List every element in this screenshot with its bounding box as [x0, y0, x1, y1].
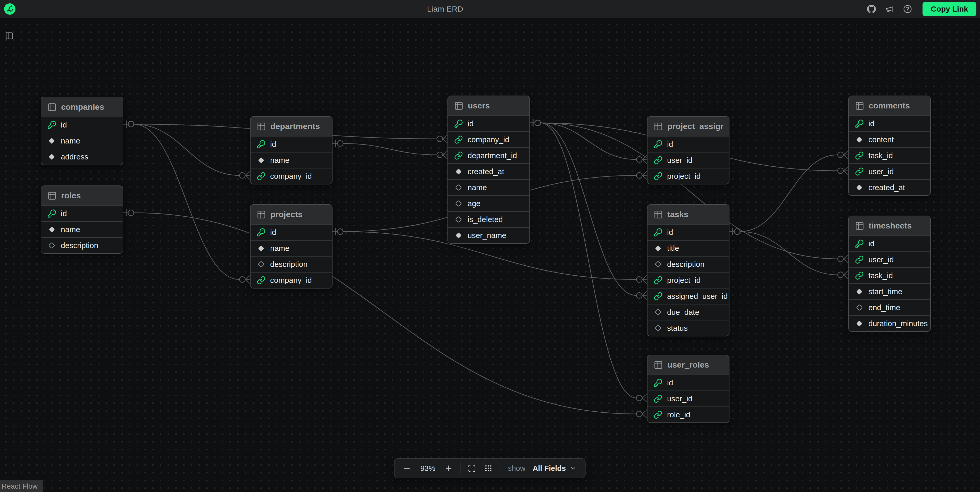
table-header-tasks[interactable]: tasks — [648, 205, 729, 224]
field-users-id[interactable]: id — [448, 116, 530, 132]
announcements-button[interactable] — [885, 5, 894, 14]
field-departments-name[interactable]: name — [251, 152, 332, 168]
table-header-roles[interactable]: roles — [41, 186, 123, 205]
table-header-timesheets[interactable]: timesheets — [849, 216, 930, 235]
table-header-users[interactable]: users — [448, 96, 530, 116]
chevron-down-icon — [570, 465, 577, 472]
not-null-diamond-icon — [454, 231, 463, 240]
field-departments-company_id[interactable]: company_id — [251, 168, 332, 184]
copy-link-button[interactable]: Copy Link — [923, 2, 977, 16]
field-roles-id[interactable]: id — [41, 205, 123, 221]
field-tasks-title[interactable]: title — [648, 240, 729, 256]
field-timesheets-start_time[interactable]: start_time — [849, 283, 930, 299]
field-roles-name[interactable]: name — [41, 221, 123, 237]
field-timesheets-id[interactable]: id — [849, 235, 930, 251]
field-name: user_id — [869, 255, 894, 264]
edge-companies.id-to-departments.company_id[interactable] — [123, 121, 250, 179]
field-tasks-id[interactable]: id — [648, 224, 729, 240]
field-name: department_id — [468, 151, 517, 160]
field-users-company_id[interactable]: company_id — [448, 132, 530, 148]
zoom-out-button[interactable] — [402, 463, 412, 473]
table-projects[interactable]: projectsidnamedescriptioncompany_id — [250, 204, 332, 289]
field-name: is_deleted — [468, 215, 503, 224]
table-user_roles[interactable]: user_rolesiduser_idrole_id — [647, 355, 729, 423]
table-users[interactable]: usersidcompany_iddepartment_idcreated_at… — [447, 95, 530, 244]
github-button[interactable] — [867, 5, 876, 14]
table-header-user_roles[interactable]: user_roles — [648, 355, 729, 375]
field-timesheets-user_id[interactable]: user_id — [849, 251, 930, 267]
field-users-department_id[interactable]: department_id — [448, 148, 530, 163]
table-project_assignments[interactable]: project_assignme...iduser_idproject_id — [647, 116, 729, 184]
field-timesheets-duration_minutes[interactable]: duration_minutes — [849, 315, 930, 331]
field-timesheets-end_time[interactable]: end_time — [849, 299, 930, 315]
field-users-created_at[interactable]: created_at — [448, 163, 530, 179]
table-header-project_assignments[interactable]: project_assignme... — [648, 117, 729, 136]
edge-users.id-to-tasks.assigned_user_id[interactable] — [530, 119, 647, 300]
field-users-name[interactable]: name — [448, 179, 530, 195]
field-comments-content[interactable]: content — [849, 132, 930, 148]
field-companies-name[interactable]: name — [41, 133, 123, 149]
field-users-user_name[interactable]: user_name — [448, 227, 530, 243]
edge-companies.id-to-projects.company_id[interactable] — [123, 121, 250, 284]
edge-tasks.id-to-comments.task_id[interactable] — [729, 151, 848, 235]
tidy-up-button[interactable] — [483, 463, 493, 473]
field-comments-task_id[interactable]: task_id — [849, 148, 930, 163]
sidebar-toggle-button[interactable] — [5, 32, 14, 41]
field-projects-id[interactable]: id — [251, 224, 332, 240]
field-projects-company_id[interactable]: company_id — [251, 272, 332, 288]
field-tasks-status[interactable]: status — [648, 320, 729, 336]
field-roles-description[interactable]: description — [41, 237, 123, 253]
field-project_assignments-project_id[interactable]: project_id — [648, 168, 729, 184]
field-users-age[interactable]: age — [448, 195, 530, 211]
table-header-comments[interactable]: comments — [849, 96, 930, 116]
primary-key-icon — [48, 209, 56, 218]
table-name: users — [468, 101, 490, 111]
table-timesheets[interactable]: timesheetsiduser_idtask_idstart_timeend_… — [848, 216, 931, 332]
field-name: description — [270, 260, 307, 269]
help-button[interactable] — [903, 5, 912, 14]
liam-logo[interactable]: ℒ — [4, 3, 16, 15]
field-departments-id[interactable]: id — [251, 136, 332, 152]
field-comments-user_id[interactable]: user_id — [849, 163, 930, 179]
table-departments[interactable]: departmentsidnamecompany_id — [250, 116, 332, 184]
table-tasks[interactable]: tasksidtitledescriptionproject_idassigne… — [647, 204, 729, 336]
field-comments-id[interactable]: id — [849, 116, 930, 132]
field-timesheets-task_id[interactable]: task_id — [849, 267, 930, 283]
fields-filter-dropdown[interactable]: All Fields — [531, 464, 578, 473]
field-project_assignments-id[interactable]: id — [648, 136, 729, 152]
field-name: name — [61, 136, 80, 145]
field-user_roles-user_id[interactable]: user_id — [648, 390, 729, 406]
edge-users.id-to-user_roles.user_id[interactable] — [530, 119, 647, 402]
table-header-projects[interactable]: projects — [251, 205, 332, 224]
field-name: id — [869, 119, 874, 128]
primary-key-icon — [454, 119, 463, 128]
table-roles[interactable]: rolesidnamedescription — [41, 186, 123, 254]
field-tasks-description[interactable]: description — [648, 256, 729, 272]
edge-departments.id-to-users.department_id[interactable] — [332, 140, 447, 159]
field-projects-name[interactable]: name — [251, 240, 332, 256]
edge-users.id-to-project_assignments.user_id[interactable] — [530, 119, 647, 163]
table-comments[interactable]: commentsidcontenttask_iduser_idcreated_a… — [848, 95, 931, 196]
field-user_roles-role_id[interactable]: role_id — [648, 406, 729, 422]
table-companies[interactable]: companiesidnameaddress — [41, 97, 123, 165]
nullable-diamond-icon — [454, 183, 463, 192]
field-companies-address[interactable]: address — [41, 149, 123, 165]
table-header-departments[interactable]: departments — [251, 117, 332, 136]
nullable-diamond-icon — [654, 308, 662, 317]
field-tasks-assigned_user_id[interactable]: assigned_user_id — [648, 288, 729, 304]
field-users-is_deleted[interactable]: is_deleted — [448, 211, 530, 227]
field-companies-id[interactable]: id — [41, 117, 123, 133]
field-projects-description[interactable]: description — [251, 256, 332, 272]
table-header-companies[interactable]: companies — [41, 97, 123, 117]
fit-view-button[interactable] — [467, 463, 477, 473]
edge-tasks.id-to-timesheets.task_id[interactable] — [729, 228, 848, 279]
react-flow-attribution[interactable]: React Flow — [0, 479, 43, 492]
primary-key-icon — [855, 119, 864, 128]
field-tasks-project_id[interactable]: project_id — [648, 272, 729, 288]
field-project_assignments-user_id[interactable]: user_id — [648, 152, 729, 168]
zoom-in-button[interactable] — [444, 463, 454, 473]
field-name: task_id — [869, 271, 893, 280]
field-user_roles-id[interactable]: id — [648, 375, 729, 390]
field-comments-created_at[interactable]: created_at — [849, 179, 930, 195]
field-tasks-due_date[interactable]: due_date — [648, 304, 729, 320]
